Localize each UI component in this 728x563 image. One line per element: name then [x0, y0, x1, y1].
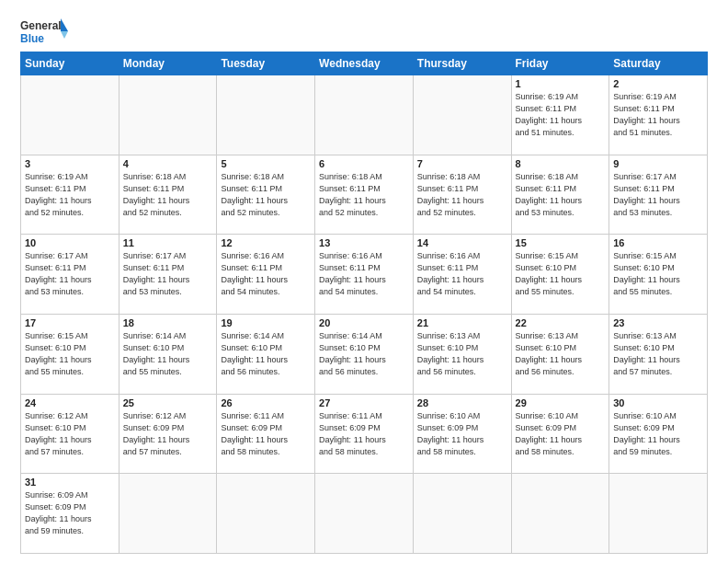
day-number: 4 [123, 158, 213, 169]
day-number: 27 [319, 397, 409, 408]
calendar-cell [413, 474, 511, 554]
day-number: 14 [417, 237, 507, 248]
day-info: Sunrise: 6:13 AMSunset: 6:10 PMDaylight:… [613, 330, 703, 378]
calendar-cell: 9Sunrise: 6:17 AMSunset: 6:11 PMDaylight… [609, 155, 708, 235]
calendar-cell [609, 474, 708, 554]
day-info: Sunrise: 6:10 AMSunset: 6:09 PMDaylight:… [613, 410, 703, 458]
calendar-cell: 10Sunrise: 6:17 AMSunset: 6:11 PMDayligh… [21, 235, 119, 315]
day-info: Sunrise: 6:10 AMSunset: 6:09 PMDaylight:… [516, 410, 606, 458]
day-number: 23 [613, 317, 703, 328]
day-number: 17 [25, 317, 115, 328]
header: General Blue [20, 17, 708, 46]
calendar-cell: 14Sunrise: 6:16 AMSunset: 6:11 PMDayligh… [413, 235, 511, 315]
calendar-cell: 2Sunrise: 6:19 AMSunset: 6:11 PMDaylight… [609, 75, 708, 155]
day-info: Sunrise: 6:18 AMSunset: 6:11 PMDaylight:… [417, 171, 507, 219]
day-number: 8 [516, 158, 606, 169]
weekday-header-thursday: Thursday [413, 52, 511, 75]
calendar-cell: 15Sunrise: 6:15 AMSunset: 6:10 PMDayligh… [511, 235, 609, 315]
day-info: Sunrise: 6:17 AMSunset: 6:11 PMDaylight:… [613, 171, 703, 219]
day-info: Sunrise: 6:19 AMSunset: 6:11 PMDaylight:… [613, 91, 703, 139]
week-row-5: 31Sunrise: 6:09 AMSunset: 6:09 PMDayligh… [21, 474, 708, 554]
week-row-3: 17Sunrise: 6:15 AMSunset: 6:10 PMDayligh… [21, 314, 708, 394]
day-info: Sunrise: 6:16 AMSunset: 6:11 PMDaylight:… [417, 250, 507, 298]
day-number: 7 [417, 158, 507, 169]
day-number: 25 [123, 397, 213, 408]
day-number: 11 [123, 237, 213, 248]
day-info: Sunrise: 6:17 AMSunset: 6:11 PMDaylight:… [123, 250, 213, 298]
weekday-header-monday: Monday [119, 52, 217, 75]
calendar-cell [119, 75, 217, 155]
day-number: 30 [613, 397, 703, 408]
calendar-cell: 19Sunrise: 6:14 AMSunset: 6:10 PMDayligh… [217, 314, 315, 394]
day-info: Sunrise: 6:14 AMSunset: 6:10 PMDaylight:… [123, 330, 213, 378]
day-info: Sunrise: 6:18 AMSunset: 6:11 PMDaylight:… [319, 171, 409, 219]
day-number: 16 [613, 237, 703, 248]
calendar-cell [217, 474, 315, 554]
calendar-cell [315, 75, 414, 155]
day-number: 24 [25, 397, 115, 408]
day-info: Sunrise: 6:15 AMSunset: 6:10 PMDaylight:… [25, 330, 115, 378]
calendar-cell: 24Sunrise: 6:12 AMSunset: 6:10 PMDayligh… [21, 394, 119, 474]
day-info: Sunrise: 6:17 AMSunset: 6:11 PMDaylight:… [25, 250, 115, 298]
day-info: Sunrise: 6:16 AMSunset: 6:11 PMDaylight:… [221, 250, 311, 298]
svg-marker-2 [61, 18, 68, 31]
day-info: Sunrise: 6:15 AMSunset: 6:10 PMDaylight:… [516, 250, 606, 298]
day-number: 20 [319, 317, 409, 328]
calendar-cell: 8Sunrise: 6:18 AMSunset: 6:11 PMDaylight… [511, 155, 609, 235]
day-info: Sunrise: 6:12 AMSunset: 6:09 PMDaylight:… [123, 410, 213, 458]
weekday-header-row: SundayMondayTuesdayWednesdayThursdayFrid… [21, 52, 708, 75]
day-number: 21 [417, 317, 507, 328]
day-number: 29 [516, 397, 606, 408]
day-info: Sunrise: 6:13 AMSunset: 6:10 PMDaylight:… [417, 330, 507, 378]
calendar-cell: 7Sunrise: 6:18 AMSunset: 6:11 PMDaylight… [413, 155, 511, 235]
calendar-cell: 11Sunrise: 6:17 AMSunset: 6:11 PMDayligh… [119, 235, 217, 315]
calendar-table: SundayMondayTuesdayWednesdayThursdayFrid… [20, 52, 708, 554]
calendar-cell: 17Sunrise: 6:15 AMSunset: 6:10 PMDayligh… [21, 314, 119, 394]
logo: General Blue [20, 17, 68, 46]
calendar-cell: 27Sunrise: 6:11 AMSunset: 6:09 PMDayligh… [315, 394, 414, 474]
week-row-0: 1Sunrise: 6:19 AMSunset: 6:11 PMDaylight… [21, 75, 708, 155]
day-number: 26 [221, 397, 311, 408]
svg-text:General: General [20, 19, 62, 32]
day-number: 9 [613, 158, 703, 169]
calendar-cell: 6Sunrise: 6:18 AMSunset: 6:11 PMDaylight… [315, 155, 414, 235]
day-info: Sunrise: 6:18 AMSunset: 6:11 PMDaylight:… [221, 171, 311, 219]
calendar-cell [315, 474, 414, 554]
day-number: 19 [221, 317, 311, 328]
calendar-cell: 16Sunrise: 6:15 AMSunset: 6:10 PMDayligh… [609, 235, 708, 315]
logo-svg: General Blue [20, 17, 68, 46]
calendar-cell: 29Sunrise: 6:10 AMSunset: 6:09 PMDayligh… [511, 394, 609, 474]
day-number: 3 [25, 158, 115, 169]
day-number: 2 [613, 78, 703, 89]
day-info: Sunrise: 6:14 AMSunset: 6:10 PMDaylight:… [319, 330, 409, 378]
calendar-cell: 4Sunrise: 6:18 AMSunset: 6:11 PMDaylight… [119, 155, 217, 235]
svg-text:Blue: Blue [20, 32, 44, 45]
calendar-cell [511, 474, 609, 554]
calendar-cell: 30Sunrise: 6:10 AMSunset: 6:09 PMDayligh… [609, 394, 708, 474]
calendar-cell: 13Sunrise: 6:16 AMSunset: 6:11 PMDayligh… [315, 235, 414, 315]
day-info: Sunrise: 6:19 AMSunset: 6:11 PMDaylight:… [516, 91, 606, 139]
week-row-2: 10Sunrise: 6:17 AMSunset: 6:11 PMDayligh… [21, 235, 708, 315]
day-number: 15 [516, 237, 606, 248]
day-number: 1 [516, 78, 606, 89]
day-info: Sunrise: 6:15 AMSunset: 6:10 PMDaylight:… [613, 250, 703, 298]
day-number: 10 [25, 237, 115, 248]
calendar-cell: 26Sunrise: 6:11 AMSunset: 6:09 PMDayligh… [217, 394, 315, 474]
day-info: Sunrise: 6:13 AMSunset: 6:10 PMDaylight:… [516, 330, 606, 378]
day-info: Sunrise: 6:18 AMSunset: 6:11 PMDaylight:… [123, 171, 213, 219]
day-info: Sunrise: 6:16 AMSunset: 6:11 PMDaylight:… [319, 250, 409, 298]
week-row-1: 3Sunrise: 6:19 AMSunset: 6:11 PMDaylight… [21, 155, 708, 235]
calendar-cell [413, 75, 511, 155]
calendar-cell: 31Sunrise: 6:09 AMSunset: 6:09 PMDayligh… [21, 474, 119, 554]
calendar-cell: 22Sunrise: 6:13 AMSunset: 6:10 PMDayligh… [511, 314, 609, 394]
week-row-4: 24Sunrise: 6:12 AMSunset: 6:10 PMDayligh… [21, 394, 708, 474]
calendar-cell: 12Sunrise: 6:16 AMSunset: 6:11 PMDayligh… [217, 235, 315, 315]
day-number: 18 [123, 317, 213, 328]
weekday-header-saturday: Saturday [609, 52, 708, 75]
day-info: Sunrise: 6:19 AMSunset: 6:11 PMDaylight:… [25, 171, 115, 219]
weekday-header-wednesday: Wednesday [315, 52, 414, 75]
calendar-cell: 28Sunrise: 6:10 AMSunset: 6:09 PMDayligh… [413, 394, 511, 474]
day-number: 22 [516, 317, 606, 328]
day-info: Sunrise: 6:18 AMSunset: 6:11 PMDaylight:… [516, 171, 606, 219]
day-info: Sunrise: 6:09 AMSunset: 6:09 PMDaylight:… [25, 489, 115, 537]
